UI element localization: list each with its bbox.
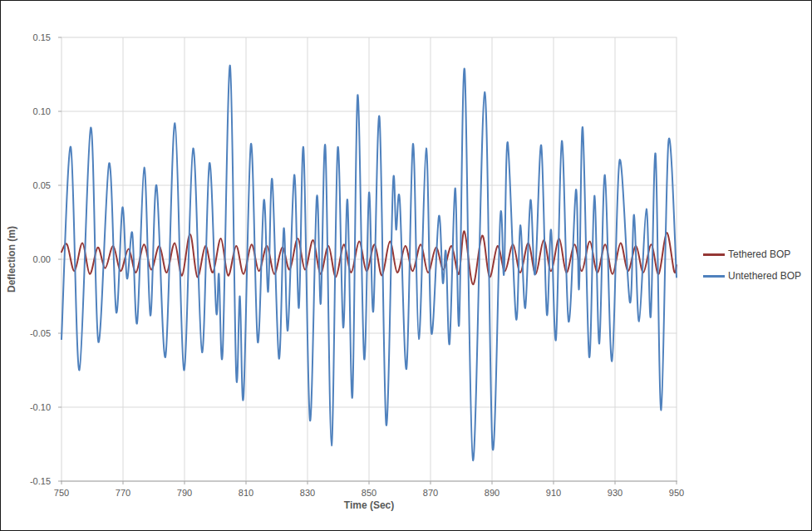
y-tick-label: 0.05: [14, 179, 51, 191]
x-axis-title: Time (Sec): [286, 499, 452, 511]
legend-item-untethered-bop: Untethered BOP: [703, 265, 801, 287]
y-tick-label: -0.05: [14, 327, 51, 339]
legend: Tethered BOP Untethered BOP: [703, 243, 801, 287]
legend-item-tethered-bop: Tethered BOP: [703, 243, 801, 265]
x-tick-label: 930: [608, 487, 623, 499]
x-tick-label: 770: [116, 487, 130, 499]
x-tick-label: 810: [239, 487, 253, 499]
legend-label-tethered-bop: Tethered BOP: [728, 248, 790, 260]
x-tick-label: 890: [485, 487, 500, 499]
x-tick-label: 950: [669, 487, 684, 499]
x-tick-label: 790: [177, 487, 192, 499]
untethered-bop-line-swatch: [703, 275, 725, 278]
y-tick-label: 0.10: [14, 106, 51, 117]
x-tick-label: 870: [423, 487, 438, 499]
x-tick-label: 850: [362, 487, 376, 499]
y-tick-label: -0.15: [14, 475, 51, 487]
y-tick-label: 0.00: [14, 253, 51, 265]
tethered-bop-line-swatch: [703, 253, 725, 256]
x-tick-label: 830: [300, 487, 315, 499]
legend-label-untethered-bop: Untethered BOP: [728, 270, 801, 282]
plot-area: [1, 1, 811, 530]
y-tick-label: 0.15: [14, 32, 51, 43]
chart-frame: Deflection (m) Time (Sec) Tethered BOP U…: [0, 0, 812, 531]
x-tick-label: 910: [546, 487, 561, 499]
x-tick-label: 750: [54, 487, 69, 499]
y-tick-label: -0.10: [14, 401, 51, 413]
